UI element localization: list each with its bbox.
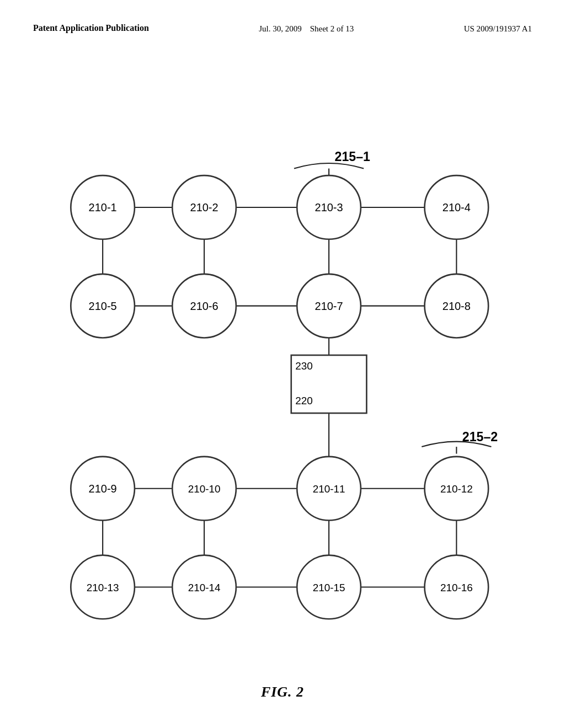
publication-label: Patent Application Publication (33, 22, 149, 34)
label-210-4: 210-4 (443, 201, 471, 213)
label-210-15: 210-15 (313, 582, 345, 593)
sheet-label: Sheet 2 of 13 (310, 24, 354, 33)
label-210-12: 210-12 (440, 483, 473, 495)
label-210-1: 210-1 (89, 201, 117, 213)
label-210-5: 210-5 (89, 300, 117, 312)
figure-label: FIG. 2 (261, 684, 304, 700)
header-center: Jul. 30, 2009 Sheet 2 of 13 (259, 22, 354, 35)
label-210-16: 210-16 (440, 582, 473, 593)
date-label: Jul. 30, 2009 (259, 24, 302, 33)
label-210-7: 210-7 (315, 300, 343, 312)
label-210-10: 210-10 (188, 483, 221, 495)
patent-number: US 2009/191937 A1 (464, 22, 532, 35)
diagram-container: 215–1 215–2 210-1 210-2 210-3 210-4 210-… (33, 72, 532, 662)
label-210-8: 210-8 (443, 300, 471, 312)
label-220: 220 (295, 395, 313, 406)
label-210-13: 210-13 (87, 582, 119, 593)
label-210-6: 210-6 (190, 300, 218, 312)
label-210-2: 210-2 (190, 201, 218, 213)
label-210-14: 210-14 (188, 582, 221, 593)
diagram-svg: 215–1 215–2 210-1 210-2 210-3 210-4 210-… (33, 72, 532, 662)
label-230: 230 (295, 360, 313, 372)
label-215-1: 215–1 (335, 149, 370, 164)
label-210-11: 210-11 (313, 483, 345, 495)
label-210-3: 210-3 (315, 201, 343, 213)
label-210-9: 210-9 (89, 483, 117, 495)
page: Patent Application Publication Jul. 30, … (0, 0, 565, 728)
header: Patent Application Publication Jul. 30, … (33, 22, 532, 35)
